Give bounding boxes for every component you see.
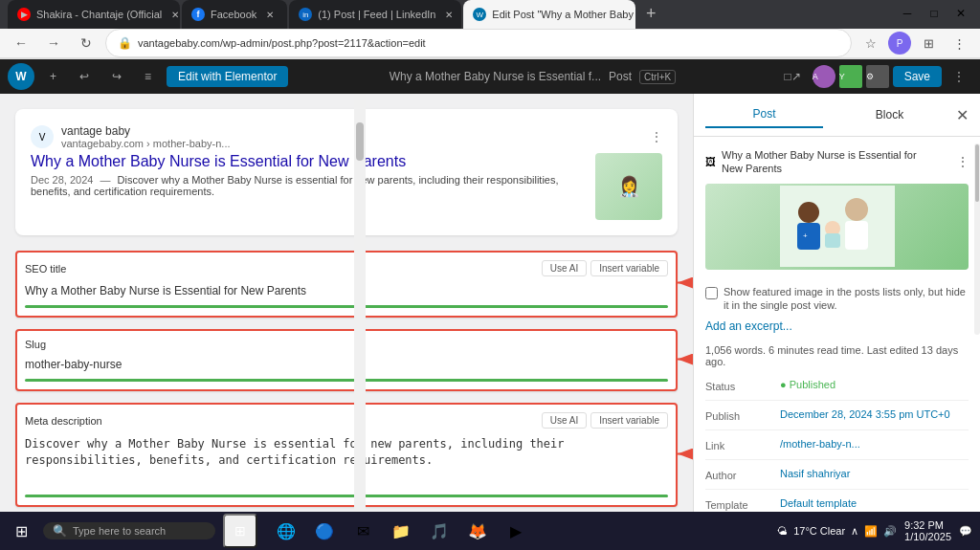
show-featured-checkbox[interactable] [705,287,718,299]
tab-wordpress[interactable]: W Edit Post "Why a Mother Baby ✕ [463,0,635,29]
yoast-icon-2[interactable]: Y [839,65,862,88]
svg-rect-12 [825,233,840,248]
seo-title-use-ai-button[interactable]: Use AI [542,260,587,276]
tab-facebook-close[interactable]: ✕ [262,7,278,22]
close-button[interactable]: ✕ [949,2,972,25]
url-bar[interactable]: 🔒 vantagebaby.com/wp-admin/post.php?post… [105,29,852,57]
author-row: Author Nasif shahriyar [705,468,969,490]
chevron-up-icon[interactable]: ∧ [851,525,858,538]
main-content: V vantage baby vantagebaby.com › mother-… [0,94,980,550]
seo-slug-field: Slug [15,329,678,391]
windows-start-button[interactable]: ⊞ [8,518,35,544]
site-name: vantage baby [61,124,231,138]
taskbar-mail-icon[interactable]: ✉ [345,514,380,548]
wp-redo-button[interactable]: ↪ [104,66,129,87]
new-tab-button[interactable]: + [637,0,664,27]
sidebar-close-button[interactable]: ✕ [956,106,969,124]
tab-block[interactable]: Block [831,102,948,127]
editor-scrollbar-thumb[interactable] [356,122,364,161]
words-info: 1,056 words. 6 minutes read time. Last e… [705,344,969,367]
weather-temp: 17°C Clear [793,525,845,537]
tab-wordpress-label: Edit Post "Why a Mother Baby [492,9,634,20]
network-icon[interactable]: 📶 [864,525,878,538]
tab-youtube[interactable]: ▶ Shakira - Chantaje (Official ✕ [8,0,180,29]
wp-plus-button[interactable]: + [42,66,64,87]
featured-image-icon: 🖼 [705,156,716,167]
linkedin-favicon: in [299,8,312,21]
tab-youtube-close[interactable]: ✕ [167,7,180,22]
publish-label: Publish [705,408,772,422]
wp-undo-button[interactable]: ↩ [72,66,97,87]
tab-linkedin[interactable]: in (1) Post | Feed | LinkedIn ✕ [289,0,461,29]
volume-icon[interactable]: 🔊 [883,525,897,538]
reload-button[interactable]: ↻ [73,30,100,56]
post-title-text: Why a Mother Baby Nurse is Essential f..… [390,70,601,83]
sidebar-scrollbar[interactable] [974,143,980,335]
seo-slug-input[interactable] [25,354,668,375]
tab-post[interactable]: Post [705,101,823,128]
extensions-button[interactable]: ⊞ [915,30,942,56]
back-button[interactable]: ← [8,30,34,56]
seo-meta-label: Meta description [25,415,102,427]
wp-favicon: W [473,8,486,21]
more-options-button[interactable]: ⋮ [946,66,972,87]
editor-scrollbar[interactable] [354,94,366,550]
notification-icon[interactable]: 💬 [959,525,972,538]
seo-meta-insert-variable-button[interactable]: Insert variable [590,412,668,429]
content-area: V vantage baby vantagebaby.com › mother-… [0,94,693,550]
seo-title-field: SEO title Use AI Insert variable [15,251,678,318]
taskbar-firefox-icon[interactable]: 🦊 [460,514,495,548]
taskbar-youtube-icon[interactable]: ▶ [499,514,533,548]
edit-elementor-button[interactable]: Edit with Elementor [167,66,288,87]
show-featured-text: Show featured image in the posts lists o… [724,285,969,313]
preview-more-icon[interactable]: ⋮ [651,130,662,143]
taskbar-pinned-apps: 🌐 🔵 ✉ 📁 🎵 🦊 ▶ [269,514,533,548]
add-excerpt-link[interactable]: Add an excerpt... [705,319,969,333]
more-button[interactable]: ⋮ [946,30,972,56]
wp-list-button[interactable]: ≡ [137,66,159,87]
tab-facebook-label: Facebook [211,9,256,20]
show-featured-checkbox-row: Show featured image in the posts lists o… [705,285,969,313]
yoast-icon-1[interactable]: A [813,65,835,88]
taskbar-edge-icon[interactable]: 🔵 [307,514,342,548]
youtube-favicon: ▶ [17,8,31,21]
time: 9:32 PM [904,519,951,531]
seo-meta-textarea[interactable]: Discover why a Mother Baby Nurse is esse… [25,432,668,488]
taskbar-explorer-icon[interactable]: 📁 [384,514,418,548]
maximize-button[interactable]: □ [923,2,946,25]
minimize-button[interactable]: ─ [896,2,919,25]
link-value[interactable]: /mother-baby-n... [780,438,860,450]
taskbar-left: ⊞ 🔍 Type here to search ⊞ [8,514,257,548]
taskbar: ⊞ 🔍 Type here to search ⊞ 🌐 🔵 ✉ 📁 🎵 🦊 ▶ … [0,512,980,550]
tab-linkedin-close[interactable]: ✕ [441,7,457,22]
status-label: Status [705,379,772,392]
profile-button[interactable]: P [888,32,911,55]
forward-button[interactable]: → [40,30,67,56]
taskbar-chrome-icon[interactable]: 🌐 [269,514,303,548]
status-value: ● Published [780,379,835,390]
wp-settings-icon[interactable]: ⚙ [866,65,889,88]
taskbar-search[interactable]: 🔍 Type here to search [43,522,215,539]
view-post-button[interactable]: □↗ [776,66,808,87]
sidebar-scrollbar-thumb[interactable] [975,144,979,202]
template-value[interactable]: Default template [780,497,857,509]
seo-title-insert-variable-button[interactable]: Insert variable [590,260,668,276]
taskbar-widgets-button[interactable]: ⊞ [223,514,257,548]
seo-slug-bar [25,379,668,382]
preview-title[interactable]: Why a Mother Baby Nurse is Essential for… [31,153,584,170]
seo-title-bar [25,305,668,308]
publish-value[interactable]: December 28, 2024 3:55 pm UTC+0 [780,408,950,420]
date: 1/10/2025 [904,531,951,542]
bookmark-star-button[interactable]: ☆ [858,30,884,56]
post-label: Post [609,70,632,83]
post-title-bar: Why a Mother Baby Nurse is Essential f..… [296,70,768,84]
seo-title-input[interactable] [25,280,668,301]
svg-point-13 [798,202,819,223]
author-value[interactable]: Nasif shahriyar [780,468,850,479]
seo-meta-use-ai-button[interactable]: Use AI [542,412,587,429]
featured-image-more-icon[interactable]: ⋮ [957,155,969,168]
taskbar-music-icon[interactable]: 🎵 [422,514,457,548]
featured-image-thumbnail[interactable]: + [705,184,969,270]
tab-facebook[interactable]: f Facebook ✕ [182,0,287,29]
save-button[interactable]: Save [893,66,942,87]
